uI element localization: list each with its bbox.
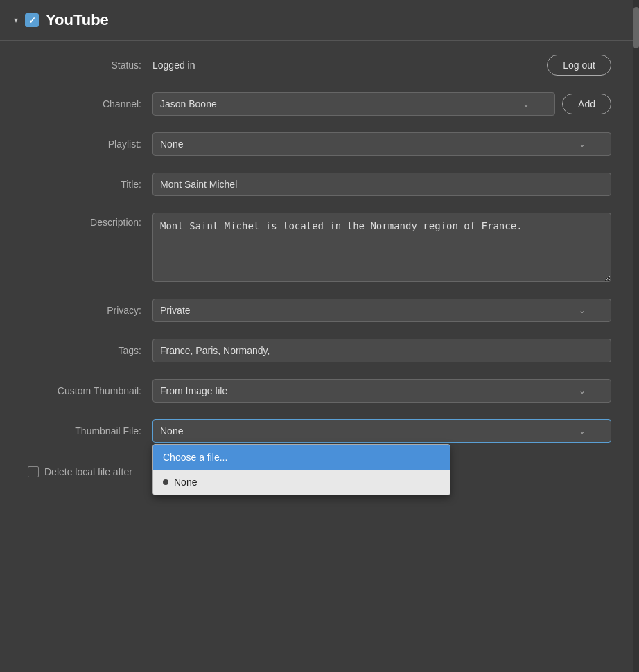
youtube-panel: ▾ YouTube Status: Logged in Log out Chan…	[0, 0, 639, 672]
custom-thumbnail-controls: From Image file ⌄	[152, 379, 611, 403]
panel-content: Status: Logged in Log out Channel: Jason…	[0, 41, 639, 498]
custom-thumbnail-row: Custom Thumbnail: From Image file ⌄	[14, 379, 611, 403]
choose-file-label: Choose a file...	[163, 452, 227, 463]
thumbnail-file-row: Thumbnail File: None ⌄ Choose a file... …	[14, 419, 611, 443]
description-label: Description:	[14, 213, 152, 228]
privacy-controls: Private ⌄	[152, 299, 611, 322]
privacy-row: Privacy: Private ⌄	[14, 299, 611, 322]
panel-header: ▾ YouTube	[0, 0, 639, 41]
playlist-dropdown[interactable]: None ⌄	[152, 132, 611, 156]
thumbnail-file-value: None	[160, 425, 183, 436]
delete-local-label: Delete local file after	[44, 466, 132, 477]
collapse-chevron-icon[interactable]: ▾	[14, 15, 18, 25]
privacy-value: Private	[160, 305, 191, 316]
description-controls: Mont Saint Michel is located in the Norm…	[152, 213, 611, 282]
custom-thumbnail-dropdown[interactable]: From Image file ⌄	[152, 379, 611, 403]
logout-button[interactable]: Log out	[547, 55, 611, 76]
tags-input[interactable]	[152, 339, 611, 362]
channel-row: Channel: Jason Boone ⌄ Add	[14, 92, 611, 116]
none-label: None	[174, 477, 197, 488]
playlist-controls: None ⌄	[152, 132, 611, 156]
description-input[interactable]: Mont Saint Michel is located in the Norm…	[152, 213, 611, 282]
scrollbar-thumb[interactable]	[633, 7, 639, 48]
channel-value: Jason Boone	[160, 98, 217, 109]
youtube-enable-checkbox[interactable]	[25, 13, 39, 27]
channel-label: Channel:	[14, 98, 152, 109]
privacy-dropdown[interactable]: Private ⌄	[152, 299, 611, 322]
thumbnail-file-popup: Choose a file... None	[152, 444, 450, 495]
status-row: Status: Logged in Log out	[14, 55, 611, 76]
channel-dropdown-chevron-icon: ⌄	[523, 99, 529, 109]
thumbnail-file-dropdown[interactable]: None ⌄	[152, 419, 611, 443]
playlist-label: Playlist:	[14, 139, 152, 150]
custom-thumbnail-label: Custom Thumbnail:	[14, 385, 152, 396]
title-controls	[152, 173, 611, 196]
custom-thumbnail-value: From Image file	[160, 385, 227, 396]
tags-controls	[152, 339, 611, 362]
choose-file-option[interactable]: Choose a file...	[153, 445, 450, 470]
title-label: Title:	[14, 179, 152, 190]
status-label: Status:	[14, 60, 152, 71]
delete-local-checkbox[interactable]	[28, 466, 39, 477]
add-channel-button[interactable]: Add	[562, 94, 611, 114]
title-row: Title:	[14, 173, 611, 196]
thumbnail-file-controls: None ⌄	[152, 419, 611, 443]
privacy-dropdown-chevron-icon: ⌄	[579, 306, 586, 315]
playlist-row: Playlist: None ⌄	[14, 132, 611, 156]
channel-dropdown[interactable]: Jason Boone ⌄	[152, 92, 555, 116]
playlist-dropdown-chevron-icon: ⌄	[579, 139, 586, 149]
description-row: Description: Mont Saint Michel is locate…	[14, 213, 611, 282]
thumbnail-file-dropdown-chevron-icon: ⌄	[579, 426, 586, 436]
status-value: Logged in	[152, 60, 540, 71]
panel-title: YouTube	[46, 11, 109, 29]
tags-row: Tags:	[14, 339, 611, 362]
tags-label: Tags:	[14, 345, 152, 356]
custom-thumbnail-dropdown-chevron-icon: ⌄	[579, 386, 586, 396]
playlist-value: None	[160, 139, 183, 150]
thumbnail-file-label: Thumbnail File:	[14, 425, 152, 436]
status-controls: Logged in Log out	[152, 55, 611, 76]
channel-controls: Jason Boone ⌄ Add	[152, 92, 611, 116]
none-option[interactable]: None	[153, 470, 450, 495]
scrollbar-track	[633, 0, 639, 672]
title-input[interactable]	[152, 173, 611, 196]
none-bullet-icon	[163, 479, 168, 485]
privacy-label: Privacy:	[14, 305, 152, 316]
